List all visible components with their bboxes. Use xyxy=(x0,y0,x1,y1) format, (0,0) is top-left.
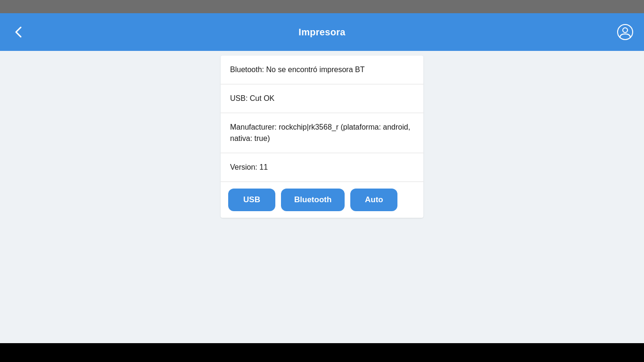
bluetooth-status-row: Bluetooth: No se encontró impresora BT xyxy=(221,56,423,84)
header: Impresora xyxy=(0,13,644,51)
content-area: Bluetooth: No se encontró impresora BT U… xyxy=(0,51,644,343)
auto-button[interactable]: Auto xyxy=(350,189,397,211)
version-text: Version: 11 xyxy=(230,163,268,171)
usb-status-text: USB: Cut OK xyxy=(230,94,274,102)
svg-point-1 xyxy=(623,28,627,33)
info-card: Bluetooth: No se encontró impresora BT U… xyxy=(221,56,423,218)
version-row: Version: 11 xyxy=(221,153,423,182)
bluetooth-status-text: Bluetooth: No se encontró impresora BT xyxy=(230,66,364,74)
usb-status-row: USB: Cut OK xyxy=(221,84,423,113)
top-bar xyxy=(0,0,644,13)
bottom-bar xyxy=(0,343,644,362)
usb-button[interactable]: USB xyxy=(228,189,275,211)
back-button[interactable] xyxy=(9,23,28,41)
user-icon[interactable] xyxy=(616,23,635,41)
manufacturer-row: Manufacturer: rockchip|rk3568_r (platafo… xyxy=(221,113,423,153)
page-title: Impresora xyxy=(298,27,345,38)
manufacturer-text: Manufacturer: rockchip|rk3568_r (platafo… xyxy=(230,123,410,142)
bluetooth-button[interactable]: Bluetooth xyxy=(281,189,345,211)
buttons-row: USB Bluetooth Auto xyxy=(221,182,423,218)
